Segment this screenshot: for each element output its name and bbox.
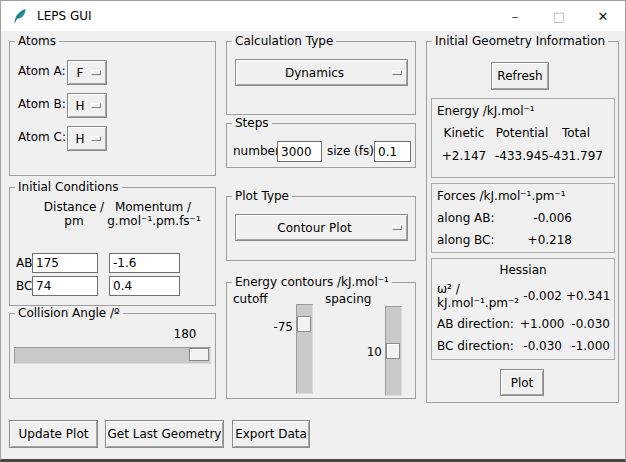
export-data-button[interactable]: Export Data [232, 420, 310, 448]
forces-section-title: Forces /kJ.mol⁻¹.pm⁻¹ [437, 189, 566, 203]
minimize-button[interactable]: – [493, 1, 537, 31]
collision-angle-group-title: Collision Angle /º [15, 306, 123, 320]
steps-size-input[interactable] [374, 141, 411, 162]
hessian-bc-value-2: -1.000 [566, 339, 610, 353]
collision-angle-slider[interactable] [14, 347, 211, 364]
dropdown-indicator-icon [91, 103, 101, 108]
steps-group: Steps number size (fs) [226, 123, 416, 168]
collision-angle-value: 180 [167, 327, 203, 341]
spacing-slider[interactable] [385, 306, 402, 396]
hessian-omega-label: ω² / [437, 282, 460, 296]
calculation-type-group: Calculation Type Dynamics [226, 41, 416, 115]
bc-distance-input[interactable] [32, 276, 98, 296]
momentum-header-units: g.mol⁻¹.pm.fs⁻¹ [98, 214, 210, 228]
energy-potential-header: Potential [492, 126, 552, 140]
close-button[interactable]: ✕ [581, 1, 625, 31]
energy-section-title: Energy /kJ.mol⁻¹ [437, 104, 535, 118]
energy-contours-group-title: Energy contours /kJ.mol⁻¹ [232, 275, 392, 289]
spacing-label: spacing [325, 292, 371, 306]
plot-button[interactable]: Plot [500, 369, 544, 396]
titlebar[interactable]: LEPS GUI – □ ✕ [1, 1, 625, 31]
atom-c-label: Atom C: [18, 130, 66, 144]
initial-geometry-group: Initial Geometry Information Refresh Ene… [426, 41, 619, 403]
initial-conditions-group-title: Initial Conditions [15, 180, 122, 194]
initial-conditions-group: Initial Conditions Distance / pm Momentu… [9, 187, 216, 306]
momentum-header: Momentum / [110, 200, 196, 214]
forces-section: Forces /kJ.mol⁻¹.pm⁻¹ along AB: -0.006 a… [431, 183, 615, 253]
ab-momentum-input[interactable] [109, 253, 180, 273]
dropdown-indicator-icon [392, 225, 402, 230]
energy-kinetic-value: +2.147 [436, 149, 492, 163]
steps-number-input[interactable] [277, 141, 322, 162]
row-ab-label: AB [16, 256, 32, 270]
collision-angle-group: Collision Angle /º 180 [9, 313, 216, 399]
bc-momentum-input[interactable] [109, 276, 180, 296]
row-bc-label: BC [16, 279, 32, 293]
collision-angle-slider-thumb[interactable] [189, 348, 209, 361]
initial-geometry-group-title: Initial Geometry Information [432, 34, 608, 48]
atoms-group: Atoms Atom A: F Atom B: H Atom C: H [9, 41, 216, 176]
refresh-button[interactable]: Refresh [491, 62, 549, 90]
steps-size-label: size (fs) [327, 144, 374, 158]
feather-icon [12, 8, 28, 24]
get-last-geometry-button[interactable]: Get Last Geometry [105, 420, 224, 448]
spacing-value: 10 [358, 345, 382, 359]
hessian-section-title: Hessian [432, 263, 614, 277]
distance-header: Distance / [38, 200, 110, 214]
window-title: LEPS GUI [37, 1, 92, 31]
atom-b-label: Atom B: [18, 97, 66, 111]
hessian-omega-value-1: -0.002 [520, 289, 562, 303]
hessian-section: Hessian ω² / kJ.mol⁻¹.pm⁻² -0.002 +0.341… [431, 258, 615, 360]
force-bc-label: along BC: [437, 233, 495, 247]
atom-a-dropdown[interactable]: F [67, 60, 107, 85]
plot-type-group-title: Plot Type [232, 189, 292, 203]
cutoff-value: -75 [269, 320, 293, 334]
energy-section: Energy /kJ.mol⁻¹ Kinetic Potential Total… [431, 98, 615, 178]
energy-contours-group: Energy contours /kJ.mol⁻¹ cutoff -75 spa… [226, 282, 416, 399]
energy-potential-value: -433.945 [492, 149, 552, 163]
maximize-button[interactable]: □ [537, 1, 581, 31]
steps-group-title: Steps [232, 116, 272, 130]
plot-type-dropdown[interactable]: Contour Plot [235, 214, 408, 241]
atom-b-dropdown[interactable]: H [67, 93, 107, 118]
atom-c-dropdown[interactable]: H [67, 126, 107, 151]
ab-distance-input[interactable] [32, 253, 98, 273]
calculation-type-group-title: Calculation Type [232, 34, 336, 48]
plot-type-group: Plot Type Contour Plot [226, 196, 416, 261]
calculation-type-value: Dynamics [285, 66, 358, 80]
atom-a-label: Atom A: [18, 64, 66, 78]
hessian-ab-value-2: -0.030 [566, 317, 610, 331]
hessian-bc-value-1: -0.030 [520, 339, 562, 353]
leps-gui-window: LEPS GUI – □ ✕ Atoms Atom A: F Atom B: H… [0, 0, 626, 462]
cutoff-label: cutoff [233, 292, 268, 306]
energy-total-value: -431.797 [547, 149, 605, 163]
dropdown-indicator-icon [91, 70, 101, 75]
dropdown-indicator-icon [91, 136, 101, 141]
force-ab-value: -0.006 [524, 211, 572, 225]
update-plot-button[interactable]: Update Plot [9, 420, 98, 448]
cutoff-slider[interactable] [296, 304, 313, 394]
atoms-group-title: Atoms [15, 34, 59, 48]
dropdown-indicator-icon [392, 70, 402, 75]
cutoff-slider-thumb[interactable] [297, 316, 311, 332]
spacing-slider-thumb[interactable] [386, 343, 400, 359]
energy-kinetic-header: Kinetic [436, 126, 492, 140]
hessian-omega-units: kJ.mol⁻¹.pm⁻² [437, 296, 519, 310]
steps-number-label: number [233, 144, 280, 158]
calculation-type-dropdown[interactable]: Dynamics [235, 59, 408, 86]
window-controls: – □ ✕ [493, 1, 625, 31]
energy-total-header: Total [547, 126, 605, 140]
force-bc-value: +0.218 [524, 233, 572, 247]
plot-type-value: Contour Plot [277, 221, 365, 235]
hessian-bc-label: BC direction: [437, 339, 514, 353]
hessian-omega-value-2: +0.341 [566, 289, 610, 303]
hessian-ab-label: AB direction: [437, 317, 514, 331]
hessian-ab-value-1: +1.000 [520, 317, 562, 331]
force-ab-label: along AB: [437, 211, 495, 225]
